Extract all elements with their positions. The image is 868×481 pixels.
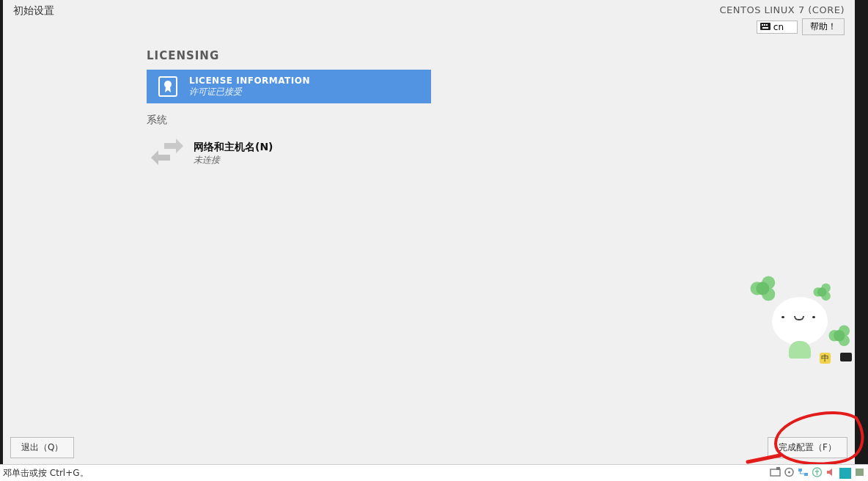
mascot-tag: 中 (820, 353, 831, 364)
svg-rect-7 (770, 469, 780, 476)
tray-sound-icon[interactable] (825, 467, 836, 480)
licensing-section-heading: LICENSING (147, 49, 855, 62)
help-button[interactable]: 帮助！ (802, 18, 845, 35)
tray-settings-icon[interactable] (854, 467, 865, 480)
os-name: CENTOS LINUX 7 (CORE) (719, 4, 845, 15)
header: 初始设置 CENTOS LINUX 7 (CORE) cn 帮助！ (3, 0, 855, 34)
svg-point-6 (164, 81, 172, 88)
system-section-heading: 系统 (147, 114, 855, 127)
svg-rect-0 (760, 23, 770, 30)
network-text: 网络和主机名(N) 未连接 (194, 141, 273, 166)
license-text: LICENSE INFORMATION 许可证已接受 (189, 76, 310, 98)
svg-rect-11 (798, 469, 802, 471)
tray-disk-icon[interactable] (770, 467, 781, 480)
license-information-spoke[interactable]: LICENSE INFORMATION 许可证已接受 (147, 70, 431, 103)
mascot-decoration: 中 (746, 282, 856, 370)
quit-button[interactable]: 退出（Q） (10, 437, 74, 458)
tray-app-icon[interactable] (839, 468, 851, 479)
keyboard-layout-selector[interactable]: cn (757, 21, 798, 34)
svg-rect-4 (762, 27, 768, 29)
svg-point-10 (788, 471, 790, 473)
svg-rect-2 (764, 24, 765, 26)
finish-configuration-button[interactable]: 完成配置（F） (768, 437, 847, 458)
keyboard-layout-code: cn (773, 22, 784, 32)
svg-rect-3 (766, 24, 768, 26)
tray-network-icon[interactable] (798, 467, 809, 480)
page-title: 初始设置 (13, 4, 54, 18)
network-title: 网络和主机名(N) (194, 141, 273, 154)
svg-rect-14 (856, 469, 864, 476)
footer: 退出（Q） 完成配置（F） (3, 435, 855, 464)
tray-optical-icon[interactable] (784, 467, 795, 480)
network-status: 未连接 (194, 154, 273, 166)
network-arrows-icon (151, 136, 183, 171)
content-area: LICENSING LICENSE INFORMATION 许可证已接受 系统 (3, 34, 855, 435)
network-hostname-spoke[interactable]: 网络和主机名(N) 未连接 (147, 134, 855, 172)
license-icon (154, 73, 182, 100)
statusbar-hint: 邓单击或按 Ctrl+G。 (3, 467, 89, 480)
header-right: CENTOS LINUX 7 (CORE) cn 帮助！ (719, 4, 845, 35)
svg-rect-8 (776, 467, 780, 470)
svg-rect-1 (762, 24, 763, 26)
keyboard-icon (760, 22, 770, 32)
tray-usb-icon[interactable] (812, 467, 823, 480)
license-info-status: 许可证已接受 (189, 86, 310, 98)
license-info-title: LICENSE INFORMATION (189, 76, 310, 86)
host-status-bar: 邓单击或按 Ctrl+G。 (0, 464, 868, 481)
initial-setup-window: 初始设置 CENTOS LINUX 7 (CORE) cn 帮助！ LICENS… (3, 0, 855, 464)
system-tray (770, 467, 865, 480)
